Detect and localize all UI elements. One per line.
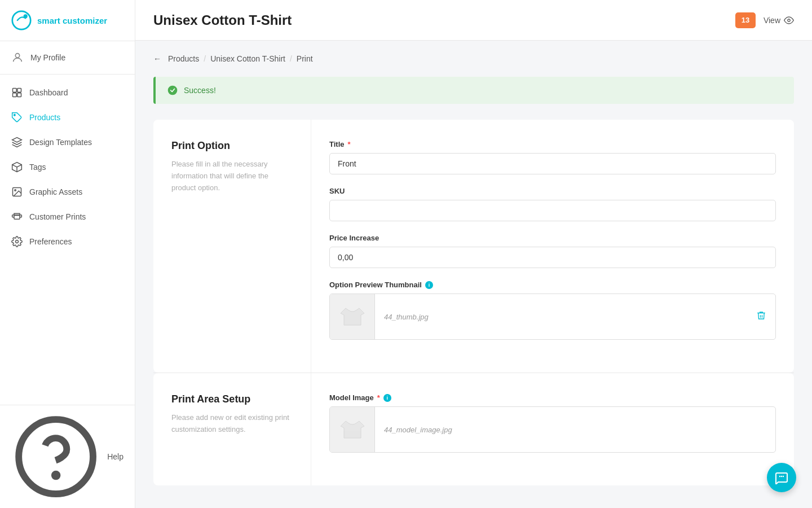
sku-input[interactable] [329,200,776,221]
nav-label-dashboard: Dashboard [29,88,68,97]
sidebar-nav: Dashboard Products Design Templates [0,75,135,405]
print-area-desc: Print Area Setup Please add new or edit … [153,373,311,485]
print-option-description: Please fill in all the necessary informa… [171,159,293,194]
print-area-title: Print Area Setup [171,393,293,405]
breadcrumb-sep-1: / [204,54,206,63]
svg-point-17 [168,86,178,95]
model-filename: 44_model_image.jpg [375,426,775,434]
design-templates-icon [11,137,23,148]
main-content: Unisex Cotton T-Shirt 13 View ← Products… [135,0,812,508]
nav-label-products: Products [29,113,60,122]
svg-point-13 [16,240,19,243]
tags-icon [11,161,23,173]
nav-label-preferences: Preferences [29,237,72,246]
title-label: Title * [329,140,776,148]
svg-point-16 [788,19,791,21]
svg-point-7 [14,115,16,116]
page-title: Unisex Cotton T-Shirt [153,12,292,28]
header-right: 13 View [735,12,794,28]
thumbnail-info-icon[interactable]: i [425,281,433,289]
nav-label-design-templates: Design Templates [29,138,92,147]
sidebar-item-customer-prints[interactable]: Customer Prints [0,204,135,229]
svg-point-2 [15,54,19,58]
logo-icon [11,10,32,30]
model-thumbnail-row: 44_model_image.jpg [329,406,776,453]
print-option-fields: Title * SKU Price Increase [311,120,794,373]
price-increase-group: Price Increase [329,234,776,268]
svg-point-11 [15,190,16,191]
print-area-description: Please add new or edit existing print cu… [171,412,293,436]
thumb-filename: 44_thumb.jpg [375,313,747,321]
title-input[interactable] [329,153,776,174]
model-required-star: * [377,393,380,402]
view-button[interactable]: View [764,15,794,25]
nav-label-customer-prints: Customer Prints [29,212,86,221]
products-icon [11,112,23,123]
content-area: ← Products / Unisex Cotton T-Shirt / Pri… [135,41,812,508]
print-option-title: Print Option [171,140,293,152]
sidebar-help[interactable]: Help [0,405,135,508]
thumbnail-group: Option Preview Thumbnail i 44_thumb.jpg [329,281,776,340]
svg-rect-12 [14,216,20,220]
eye-icon [784,15,794,25]
sidebar-item-products[interactable]: Products [0,105,135,130]
required-star: * [348,140,351,148]
print-area-section: Print Area Setup Please add new or edit … [153,373,794,485]
success-check-icon [167,85,178,96]
logo-text: smart customizer [37,16,107,25]
breadcrumb-sep-2: / [290,54,292,63]
print-option-desc: Print Option Please fill in all the nece… [153,120,311,373]
help-label: Help [107,452,123,461]
breadcrumb-products[interactable]: Products [168,54,199,63]
chat-button[interactable] [767,463,796,492]
svg-rect-5 [13,93,17,97]
sidebar-item-design-templates[interactable]: Design Templates [0,130,135,155]
help-icon [11,412,100,501]
sidebar-item-tags[interactable]: Tags [0,155,135,179]
svg-point-14 [19,419,93,494]
sidebar-profile[interactable]: My Profile [0,41,135,75]
svg-point-0 [12,11,30,29]
back-arrow[interactable]: ← [153,54,161,63]
sidebar-item-dashboard[interactable]: Dashboard [0,80,135,105]
model-thumb-preview [330,407,375,452]
thumb-delete-button[interactable] [747,310,775,323]
view-label: View [764,16,780,25]
logo-area: smart customizer [0,0,135,41]
print-option-section: Print Option Please fill in all the nece… [153,120,794,373]
model-info-icon[interactable]: i [383,394,391,402]
success-text: Success! [184,86,216,95]
price-increase-input[interactable] [329,247,776,268]
chat-icon [775,471,788,484]
graphic-assets-icon [11,186,23,198]
notification-badge[interactable]: 13 [735,12,756,28]
sidebar-item-preferences[interactable]: Preferences [0,229,135,254]
model-image-label: Model Image * i [329,393,776,402]
thumbnail-row: 44_thumb.jpg [329,294,776,340]
print-area-fields: Model Image * i 44_model_image.jpg [311,373,794,485]
svg-rect-4 [17,89,21,93]
profile-icon [11,51,24,64]
sidebar-item-graphic-assets[interactable]: Graphic Assets [0,179,135,204]
top-header: Unisex Cotton T-Shirt 13 View [135,0,812,41]
breadcrumb-current: Print [297,54,313,63]
sku-group: SKU [329,187,776,221]
svg-rect-3 [13,89,17,93]
thumb-preview [330,294,375,339]
thumbnail-label: Option Preview Thumbnail i [329,281,776,289]
sku-label: SKU [329,187,776,195]
profile-label: My Profile [30,53,65,62]
model-image-group: Model Image * i 44_model_image.jpg [329,393,776,453]
svg-rect-6 [17,93,21,97]
preferences-icon [11,236,23,247]
model-tshirt-icon [339,416,366,443]
breadcrumb: ← Products / Unisex Cotton T-Shirt / Pri… [153,54,794,63]
nav-label-graphic-assets: Graphic Assets [29,187,82,196]
customer-prints-icon [11,211,23,222]
price-increase-label: Price Increase [329,234,776,242]
dashboard-icon [11,87,23,98]
title-group: Title * [329,140,776,174]
tshirt-icon [339,303,366,330]
breadcrumb-product-name[interactable]: Unisex Cotton T-Shirt [210,54,285,63]
sidebar: smart customizer My Profile Dashboard P [0,0,135,508]
